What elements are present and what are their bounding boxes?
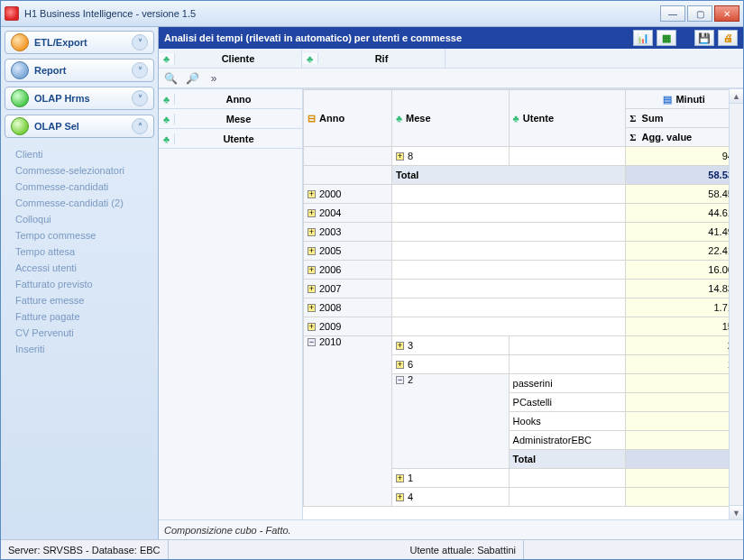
app-window: H1 Business Intelligence - versione 1.5 …: [0, 0, 744, 560]
sub-commesse-selezionatori[interactable]: Commesse-selezionatori: [15, 162, 154, 179]
table-row[interactable]: +200341.490: [304, 223, 743, 242]
zoom-out-icon[interactable]: 🔎: [184, 71, 200, 86]
nav-label: OLAP Hrms: [34, 93, 90, 104]
col-mese-header: Mese: [406, 113, 431, 124]
nav-label: ETL/Export: [34, 37, 87, 48]
dim-mese[interactable]: ♣ Mese: [159, 109, 302, 129]
sub-fatturato-previsto[interactable]: Fatturato previsto: [15, 276, 154, 292]
filter-label: Rif: [318, 53, 445, 64]
footer-bar: Server: SRVSBS - Database: EBC Utente at…: [1, 539, 743, 559]
titlebar: H1 Business Intelligence - versione 1.5 …: [1, 1, 743, 26]
box-icon: [11, 33, 29, 51]
tree-icon: ⊟: [308, 113, 316, 124]
chevron-down-icon: ˅: [132, 34, 148, 50]
dim-utente[interactable]: ♣ Utente: [159, 129, 302, 149]
table-row[interactable]: +200444.612: [304, 204, 743, 223]
maximize-button[interactable]: ▢: [687, 5, 712, 22]
content-header: Analisi dei tempi (rilevati in automatic…: [159, 27, 743, 49]
sub-cv-pervenuti[interactable]: CV Pervenuti: [15, 325, 154, 341]
sub-fatture-emesse[interactable]: Fatture emesse: [15, 292, 154, 308]
footer-user: Utente attuale: Sabattini: [403, 540, 524, 559]
sub-tempo-attesa[interactable]: Tempo attesa: [15, 243, 154, 260]
expand-icon[interactable]: +: [396, 474, 404, 482]
chart-button[interactable]: 📊: [633, 30, 653, 46]
content-title: Analisi dei tempi (rilevati in automatic…: [164, 32, 629, 43]
sub-clienti[interactable]: Clienti: [15, 146, 154, 162]
globe-icon: [11, 89, 29, 107]
nav-label: Report: [34, 65, 66, 76]
scroll-up-icon[interactable]: ▲: [730, 89, 743, 104]
hierarchy-icon: ♣: [513, 113, 519, 124]
sub-fatture-pagate[interactable]: Fatture pagate: [15, 308, 154, 325]
sub-colloqui[interactable]: Colloqui: [15, 211, 154, 227]
nav-olap-hrms[interactable]: OLAP Hrms ˅: [5, 87, 154, 110]
sub-inseriti[interactable]: Inseriti: [15, 341, 154, 357]
expand-icon[interactable]: +: [308, 266, 316, 274]
hierarchy-icon: ♣: [159, 53, 175, 64]
expand-icon[interactable]: +: [396, 361, 404, 369]
filter-label: Cliente: [175, 53, 301, 64]
expand-icon[interactable]: +: [308, 209, 316, 217]
nav-sublist: Clienti Commesse-selezionatori Commesse-…: [5, 142, 154, 357]
toolbar-row: 🔍 🔎 »: [159, 69, 743, 88]
expand-icon[interactable]: +: [396, 493, 404, 501]
expand-icon[interactable]: +: [308, 323, 316, 331]
vertical-scrollbar[interactable]: ▲ ▼: [729, 89, 743, 519]
collapse-icon[interactable]: −: [396, 376, 404, 384]
close-button[interactable]: ✕: [714, 5, 739, 22]
expand-icon[interactable]: +: [396, 342, 404, 350]
expand-icon[interactable]: +: [308, 247, 316, 255]
nav-etl-export[interactable]: ETL/Export ˅: [5, 31, 154, 54]
main-panel: Analisi dei tempi (rilevati in automatic…: [159, 27, 743, 539]
print-button[interactable]: 🖨: [718, 30, 738, 46]
data-grid[interactable]: ⊟Anno ♣Mese ♣Utente ▤ Minuti Σ Sum Σ Agg…: [303, 89, 743, 519]
expand-icon[interactable]: +: [308, 228, 316, 236]
footer-server: Server: SRVSBS - Database: EBC: [1, 540, 169, 559]
sub-tempo-commesse[interactable]: Tempo commesse: [15, 227, 154, 243]
sub-accessi-utenti[interactable]: Accessi utenti: [15, 260, 154, 276]
hierarchy-icon: ♣: [396, 113, 402, 124]
sub-commesse-candidati-2[interactable]: Commesse-candidati (2): [15, 195, 154, 211]
sub-commesse-candidati[interactable]: Commesse-candidati: [15, 179, 154, 195]
scroll-down-icon[interactable]: ▼: [730, 505, 743, 519]
table-row[interactable]: +200616.060: [304, 261, 743, 280]
hierarchy-icon: ♣: [302, 53, 318, 64]
nav-report[interactable]: Report ˅: [5, 59, 154, 82]
save-button[interactable]: 💾: [694, 30, 714, 46]
hierarchy-icon: ♣: [159, 94, 175, 105]
hierarchy-icon: ♣: [159, 133, 175, 144]
expand-icon[interactable]: +: [308, 285, 316, 293]
measure-icon: ▤: [663, 94, 672, 106]
nav-olap-sel[interactable]: OLAP Sel ˄: [5, 115, 154, 138]
col-sum-header: Sum: [642, 113, 664, 124]
hierarchy-icon: ♣: [159, 114, 175, 124]
dim-anno[interactable]: ♣ Anno: [159, 89, 302, 109]
dim-label: Anno: [175, 94, 302, 105]
col-agg-header: Agg. value: [642, 132, 693, 142]
globe-icon: [11, 117, 29, 135]
dimension-column: ♣ Anno ♣ Mese ♣ Utente: [159, 89, 303, 519]
more-icon[interactable]: »: [206, 71, 222, 86]
app-icon: [5, 6, 19, 21]
minimize-button[interactable]: —: [660, 5, 685, 22]
table-row[interactable]: +200522.415: [304, 242, 743, 261]
filter-row: ♣ Cliente ♣ Rif: [159, 49, 743, 69]
filter-rif[interactable]: ♣ Rif: [302, 49, 445, 68]
table-row[interactable]: +8946: [304, 147, 743, 166]
filter-cliente[interactable]: ♣ Cliente: [159, 49, 302, 68]
table-row[interactable]: −2010+328: [304, 336, 743, 355]
table-row-total[interactable]: Total58.537: [304, 166, 743, 185]
collapse-icon[interactable]: −: [308, 338, 316, 346]
expand-icon[interactable]: +: [396, 152, 404, 161]
table-row[interactable]: +200714.836: [304, 280, 743, 298]
export-excel-button[interactable]: ▦: [657, 30, 676, 46]
table-row[interactable]: +2009152: [304, 317, 743, 336]
chevron-up-icon: ˄: [132, 118, 148, 134]
table-row[interactable]: +200058.456: [304, 185, 743, 204]
nav-label: OLAP Sel: [34, 121, 79, 132]
table-row[interactable]: +20081.717: [304, 298, 743, 317]
zoom-in-icon[interactable]: 🔍: [162, 71, 179, 86]
expand-icon[interactable]: +: [308, 304, 316, 312]
expand-icon[interactable]: +: [308, 190, 316, 198]
col-anno-header: Anno: [319, 113, 344, 124]
